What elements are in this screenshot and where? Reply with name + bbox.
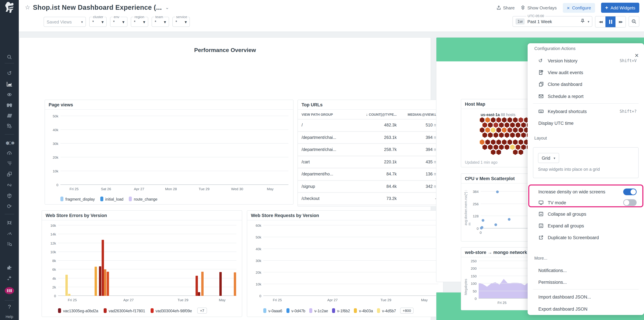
errors-chart[interactable]: 02k4k6k8k10k12k14k16kFri 25Apr 27Tue 29M… bbox=[58, 226, 236, 296]
legend-item: vad303004eh-98f09e bbox=[150, 308, 192, 313]
y-tick-label: 0 bbox=[259, 294, 261, 298]
table-row[interactable]: /department/chai...263.1k394 ms bbox=[298, 132, 443, 144]
table-header[interactable]: VIEW PATH GROUP ↓COUNT[@TYPE... MEDIAN:@… bbox=[298, 110, 443, 120]
filter-service[interactable]: service *▾ bbox=[172, 17, 190, 27]
widget-requests-by-version[interactable]: Web Store Requests by Version 010k20k30k… bbox=[247, 210, 444, 317]
legend-overflow-badge[interactable]: +800 bbox=[400, 308, 414, 314]
time-forward-button[interactable]: ▶▶ bbox=[616, 16, 626, 27]
user-avatar[interactable] bbox=[5, 287, 14, 294]
widget-top-urls[interactable]: Top URLs VIEW PATH GROUP ↓COUNT[@TYPE...… bbox=[298, 100, 444, 206]
show-overlays-button[interactable]: Show Overlays bbox=[521, 5, 557, 10]
share-button[interactable]: Share bbox=[496, 5, 514, 10]
menu-item-import-json[interactable]: Import dashboard JSON... bbox=[528, 292, 644, 302]
scatter-point bbox=[480, 227, 483, 230]
panel-header: Configuration Actions bbox=[534, 46, 576, 51]
infrastructure-icon[interactable]: ⬢⬡⬢ bbox=[0, 138, 19, 147]
menu-item-permissions[interactable]: Permissions... bbox=[528, 277, 644, 287]
table-row[interactable]: /cart220.1k435 ms bbox=[298, 156, 443, 168]
y-tick-label: 50k bbox=[256, 235, 261, 239]
chevron-down-icon: ▾ bbox=[102, 19, 104, 24]
security-icon[interactable] bbox=[0, 192, 19, 200]
help-icon[interactable]: ? bbox=[0, 304, 19, 310]
legend-item: v-0aaa6 bbox=[263, 308, 282, 313]
logs-icon[interactable] bbox=[0, 159, 19, 168]
monitors-icon[interactable] bbox=[0, 101, 19, 109]
menu-item-expand-all[interactable]: Expand all groups bbox=[528, 221, 644, 231]
menu-item-keyboard-shortcuts[interactable]: Keyboard shortcuts Shift+? bbox=[528, 106, 644, 116]
legend-overflow-badge[interactable]: +7 bbox=[198, 308, 207, 314]
bar bbox=[94, 267, 97, 296]
legend-item: route_change bbox=[129, 196, 158, 201]
sort-desc-icon: ↓ bbox=[366, 112, 368, 116]
table-row[interactable]: /checkout73.2k— bbox=[298, 193, 443, 205]
nav-divider bbox=[5, 300, 14, 300]
menu-item-display-utc[interactable]: Display UTC time bbox=[528, 118, 644, 128]
table-row[interactable]: /482.3k510 ms bbox=[298, 120, 443, 132]
filter-region[interactable]: region *▾ bbox=[131, 17, 148, 27]
ai-sparkles-icon[interactable] bbox=[0, 274, 19, 282]
history-icon[interactable]: ↺ bbox=[0, 69, 19, 78]
y-tick-label: 12k bbox=[50, 241, 56, 245]
tv-mode-toggle[interactable] bbox=[623, 199, 636, 206]
help-label[interactable]: Help bbox=[0, 315, 19, 319]
menu-item-export-json[interactable]: Export dashboard JSON bbox=[528, 304, 644, 314]
error-tracking-icon[interactable] bbox=[0, 218, 19, 227]
table-row[interactable]: /signup84.4k342 ms bbox=[298, 181, 443, 193]
menu-item-clone-dashboard[interactable]: Clone dashboard bbox=[528, 79, 644, 89]
filter-env[interactable]: env *▾ bbox=[110, 17, 128, 27]
filter-team[interactable]: team *▾ bbox=[152, 17, 169, 27]
table-row[interactable]: /department/ho...84.7k136 ms bbox=[298, 168, 443, 181]
nav-divider bbox=[5, 214, 14, 214]
datadog-logo[interactable] bbox=[3, 1, 16, 15]
notebooks-icon[interactable] bbox=[0, 111, 19, 120]
add-widgets-button[interactable]: + Add Widgets bbox=[601, 3, 639, 13]
x-tick-label: Tue 29 bbox=[380, 298, 391, 302]
search-icon[interactable] bbox=[0, 53, 19, 62]
widget-errors-by-version[interactable]: Web Store Errors by Version 02k4k6k8k10k… bbox=[42, 210, 242, 317]
gridline bbox=[58, 296, 236, 296]
saved-views-select[interactable]: Saved Views ▾ bbox=[44, 17, 86, 27]
requests-chart[interactable]: 010k20k30k40k50k60kFri 25Apr 27Tue 29May bbox=[263, 226, 438, 296]
watchdog-icon[interactable] bbox=[0, 90, 19, 99]
ci-icon[interactable]: ⟳ bbox=[0, 202, 19, 211]
legend-item: vad263004eh-f17801 bbox=[104, 308, 145, 313]
menu-item-duplicate-screenboard[interactable]: Duplicate to Screenboard bbox=[528, 232, 644, 242]
title-chevron-down-icon[interactable]: ⌄ bbox=[165, 5, 169, 10]
widget-title: Web Store Errors by Version bbox=[42, 211, 242, 220]
pause-button[interactable] bbox=[606, 16, 616, 27]
bar bbox=[99, 266, 102, 296]
pin-icon[interactable] bbox=[580, 18, 585, 24]
menu-item-schedule-report[interactable]: Schedule a report bbox=[528, 91, 644, 101]
table-row[interactable]: /department/chai...258.7k394 ms bbox=[298, 144, 443, 156]
filter-cluster[interactable]: cluster *▾ bbox=[89, 17, 107, 27]
widget-page-views[interactable]: Page views 010k20k30k40k50kFri 25Sat 26A… bbox=[44, 100, 294, 204]
menu-item-collapse-all[interactable]: Collapse all groups bbox=[528, 209, 644, 219]
density-toggle[interactable] bbox=[623, 188, 636, 195]
layout-mode-select[interactable]: Grid ▾ bbox=[538, 153, 559, 163]
menu-item-view-audit-events[interactable]: View audit events bbox=[528, 68, 644, 78]
log-search-icon[interactable] bbox=[0, 240, 19, 248]
page-views-chart[interactable]: 010k20k30k40k50kFri 25Sat 26Apr 27Mon 28… bbox=[60, 116, 288, 185]
favorite-star-icon[interactable]: ☆ bbox=[25, 4, 30, 11]
zoom-out-icon[interactable] bbox=[628, 16, 639, 27]
rum-icon[interactable] bbox=[0, 170, 19, 178]
chevron-down-icon[interactable]: ▾ bbox=[588, 20, 589, 23]
cloud-cost-icon[interactable]: $ bbox=[0, 149, 19, 158]
y-axis-label: Megabytes bbox=[464, 265, 468, 295]
time-range-picker[interactable]: UTC-05:00 1w Past 1 Week ▾ bbox=[512, 16, 592, 27]
bar bbox=[102, 240, 104, 296]
configure-button[interactable]: × Configure bbox=[563, 3, 595, 12]
integrations-icon[interactable] bbox=[0, 263, 19, 272]
y-tick-label: 50k bbox=[53, 114, 58, 118]
metrics-icon[interactable] bbox=[0, 80, 19, 88]
quality-gauge-icon[interactable] bbox=[0, 229, 19, 238]
x-tick-label: 0 bbox=[480, 230, 482, 234]
menu-item-version-history[interactable]: ↺ Version history Shift+V bbox=[528, 56, 644, 66]
synthetics-icon[interactable] bbox=[0, 181, 19, 190]
x-tick-label: Fri 25 bbox=[498, 300, 507, 304]
apm-icon[interactable] bbox=[0, 122, 19, 130]
time-backward-button[interactable]: ◀◀ bbox=[595, 16, 606, 27]
menu-item-notifications[interactable]: Notifications... bbox=[528, 265, 644, 276]
external-link-icon bbox=[538, 235, 546, 240]
x-tick-label: Apr 27 bbox=[134, 187, 144, 191]
